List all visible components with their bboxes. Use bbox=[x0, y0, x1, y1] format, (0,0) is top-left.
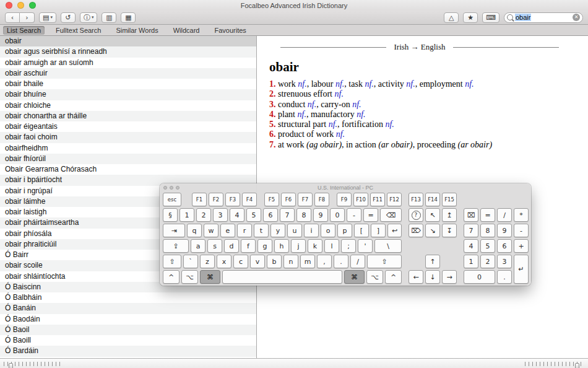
list-item[interactable]: Ó Baoill bbox=[0, 335, 256, 346]
key-num-9[interactable]: 9 bbox=[497, 224, 512, 237]
key-g[interactable]: g bbox=[257, 239, 272, 253]
key-c[interactable]: c bbox=[233, 255, 248, 268]
key-num-multiply[interactable]: * bbox=[514, 208, 529, 222]
keyboard-viewer-window[interactable]: U.S. International - PC escF1F2F3F4F5F6F… bbox=[160, 183, 531, 286]
list-text-size-thumb[interactable] bbox=[9, 363, 13, 368]
key-b[interactable]: b bbox=[267, 255, 282, 268]
list-item[interactable]: obair éigeantais bbox=[0, 121, 256, 132]
report-problem-button[interactable]: △ bbox=[444, 12, 459, 23]
key-w[interactable]: w bbox=[204, 224, 218, 237]
key-§[interactable]: § bbox=[163, 208, 178, 222]
key-r[interactable]: r bbox=[237, 224, 252, 237]
key-control-left[interactable]: ^ bbox=[163, 270, 179, 284]
key-F4[interactable]: F4 bbox=[242, 193, 257, 206]
tab-favourites[interactable]: Favourites bbox=[210, 26, 249, 35]
key-right-arrow[interactable]: → bbox=[442, 270, 457, 284]
list-item[interactable]: obair bhaile bbox=[0, 79, 256, 89]
key-F5[interactable]: F5 bbox=[264, 193, 279, 206]
key-a[interactable]: a bbox=[191, 239, 205, 253]
key-F15[interactable]: F15 bbox=[442, 193, 457, 206]
key-9[interactable]: 9 bbox=[313, 208, 328, 222]
key-z[interactable]: z bbox=[200, 255, 215, 268]
key-`[interactable]: ` bbox=[183, 255, 198, 268]
list-item[interactable]: obair amuigh ar an suíomh bbox=[0, 58, 256, 68]
zoom-button[interactable] bbox=[29, 2, 36, 9]
key-F3[interactable]: F3 bbox=[225, 193, 240, 206]
key-home[interactable]: ↖ bbox=[425, 208, 440, 222]
key-tab[interactable]: ⇥ bbox=[163, 224, 185, 237]
key-v[interactable]: v bbox=[250, 255, 265, 268]
key-][interactable]: ] bbox=[371, 224, 386, 237]
key-F7[interactable]: F7 bbox=[298, 193, 313, 206]
key-page-up[interactable]: ↥ bbox=[442, 208, 457, 222]
key-num-5[interactable]: 5 bbox=[480, 239, 495, 253]
key-j[interactable]: j bbox=[291, 239, 306, 253]
key-d[interactable]: d bbox=[224, 239, 239, 253]
key-backspace[interactable]: ⌫ bbox=[380, 208, 402, 222]
list-item[interactable]: obair bhuíne bbox=[0, 89, 256, 100]
key-num-6[interactable]: 6 bbox=[497, 239, 512, 253]
key-num-clear[interactable]: ⌧ bbox=[464, 208, 478, 222]
key-l[interactable]: l bbox=[324, 239, 339, 253]
key-'[interactable]: ' bbox=[358, 239, 373, 253]
keyboard-viewer-button[interactable]: ⌨ bbox=[482, 12, 499, 23]
key-end[interactable]: ↘ bbox=[425, 224, 440, 237]
key-=[interactable]: = bbox=[363, 208, 378, 222]
key-capslock[interactable]: ⇪ bbox=[163, 239, 189, 253]
list-item[interactable]: Ó Bardáin bbox=[0, 346, 256, 356]
key-y[interactable]: y bbox=[270, 224, 285, 237]
key-[[interactable]: [ bbox=[354, 224, 369, 237]
entry-menu-button[interactable]: ▤ ▾ bbox=[39, 12, 56, 23]
list-item[interactable]: Ó Banáin bbox=[0, 303, 256, 313]
list-item[interactable]: obair bbox=[0, 36, 256, 46]
key-return[interactable]: ↩ bbox=[387, 224, 402, 237]
key-F2[interactable]: F2 bbox=[209, 193, 223, 206]
key-num-0[interactable]: 0 bbox=[464, 270, 495, 284]
list-item[interactable]: obair chloiche bbox=[0, 100, 256, 111]
key-num-3[interactable]: 3 bbox=[497, 255, 512, 268]
flashcards-button[interactable]: ▥ bbox=[102, 12, 116, 23]
key-F9[interactable]: F9 bbox=[337, 193, 352, 206]
key-2[interactable]: 2 bbox=[196, 208, 211, 222]
key-5[interactable]: 5 bbox=[246, 208, 261, 222]
key-;[interactable]: ; bbox=[341, 239, 356, 253]
search-field[interactable]: obair ✕ bbox=[504, 12, 583, 23]
key-/[interactable]: / bbox=[350, 255, 365, 268]
key-u[interactable]: u bbox=[287, 224, 302, 237]
search-input[interactable]: obair bbox=[515, 14, 531, 21]
list-text-size-slider[interactable] bbox=[4, 362, 63, 366]
key-0[interactable]: 0 bbox=[330, 208, 345, 222]
key-num-4[interactable]: 4 bbox=[464, 239, 478, 253]
list-item[interactable]: Ó Baoil bbox=[0, 325, 256, 335]
key-n[interactable]: n bbox=[283, 255, 298, 268]
key-f[interactable]: f bbox=[241, 239, 256, 253]
list-item[interactable]: obair chonartha ar tháille bbox=[0, 111, 256, 121]
key-down-arrow[interactable]: ↓ bbox=[425, 270, 440, 284]
key-F11[interactable]: F11 bbox=[370, 193, 385, 206]
key-F12[interactable]: F12 bbox=[387, 193, 402, 206]
key-8[interactable]: 8 bbox=[296, 208, 311, 222]
list-item[interactable]: obair agus seirbhísí a rinneadh bbox=[0, 46, 256, 57]
favourite-button[interactable]: ★ bbox=[463, 12, 478, 23]
key-left-arrow[interactable]: ← bbox=[409, 270, 423, 284]
minimize-button[interactable] bbox=[17, 2, 24, 9]
key-e[interactable]: e bbox=[220, 224, 235, 237]
list-item[interactable]: Obair Gearrama Chórasach bbox=[0, 164, 256, 175]
key-shift-right[interactable]: ⇧ bbox=[367, 255, 402, 268]
key-F6[interactable]: F6 bbox=[281, 193, 296, 206]
key-num-2[interactable]: 2 bbox=[480, 255, 495, 268]
forward-button[interactable]: › bbox=[20, 12, 35, 23]
list-item[interactable]: obair aschuir bbox=[0, 68, 256, 79]
key-.[interactable]: . bbox=[334, 255, 348, 268]
kb-minimize-button[interactable] bbox=[170, 186, 173, 190]
key-num-plus[interactable]: + bbox=[514, 239, 529, 253]
key-num-decimal[interactable]: . bbox=[497, 270, 512, 284]
close-button[interactable] bbox=[6, 2, 12, 9]
tab-wildcard[interactable]: Wildcard bbox=[170, 26, 204, 35]
key-7[interactable]: 7 bbox=[280, 208, 295, 222]
key-x[interactable]: x bbox=[217, 255, 231, 268]
back-button[interactable]: ‹ bbox=[5, 12, 20, 23]
clear-search-icon[interactable]: ✕ bbox=[573, 14, 580, 21]
key-command-right[interactable]: ⌘ bbox=[344, 270, 365, 284]
kb-close-button[interactable] bbox=[163, 186, 167, 190]
